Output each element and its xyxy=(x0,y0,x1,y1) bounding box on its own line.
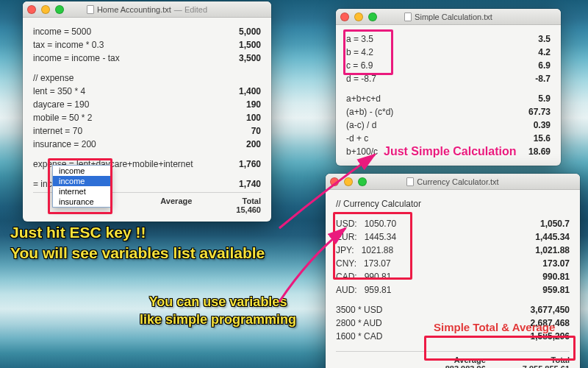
result-value: 1,400 xyxy=(217,85,261,98)
titlebar[interactable]: Simple Calculation.txt xyxy=(336,9,561,25)
code-line[interactable]: 3500 * USD xyxy=(336,303,382,316)
result-value: 1,021.88 xyxy=(526,244,570,257)
code-line[interactable]: CNY: 173.07 xyxy=(336,257,391,270)
autocomplete-popup[interactable]: incomeincomeinternetinsurance xyxy=(52,165,111,208)
window-title: Simple Calculation.txt xyxy=(336,13,561,21)
code-line[interactable]: a+b+c+d xyxy=(346,92,381,105)
document-icon xyxy=(87,5,94,14)
result-value: 4.2 xyxy=(506,46,551,59)
code-line[interactable]: income = income - tax xyxy=(33,52,120,65)
code-line[interactable]: daycare = 190 xyxy=(33,98,89,111)
code-line[interactable]: a = 3.5 xyxy=(346,32,373,46)
code-line[interactable]: insurance = 200 xyxy=(33,138,96,151)
result-value: 1,760 xyxy=(217,158,261,171)
result-value: 100 xyxy=(217,111,261,124)
code-line[interactable]: c = 6.9 xyxy=(346,59,373,72)
editor-content[interactable]: // Currency Calculator USD: 1050.701,050… xyxy=(326,190,580,368)
code-line[interactable]: d = -8.7 xyxy=(346,72,376,85)
code-line[interactable]: tax = income * 0.3 xyxy=(33,38,104,52)
window-title: Currency Calculator.txt xyxy=(326,177,580,186)
total-value: 7,955,855.61 xyxy=(523,364,570,368)
result-value xyxy=(217,71,261,85)
code-line[interactable]: internet = 70 xyxy=(33,124,82,138)
result-value: 0.39 xyxy=(506,118,551,132)
autocomplete-item[interactable]: internet xyxy=(53,186,110,197)
callout-esc-key: Just hit ESC key !! You will see variabl… xyxy=(10,222,265,264)
result-value: 990.81 xyxy=(526,270,570,283)
code-line[interactable]: (a-c) / d xyxy=(346,118,376,132)
code-line[interactable]: AUD: 959.81 xyxy=(336,283,391,297)
code-line[interactable]: lent = 350 * 4 xyxy=(33,85,85,98)
window-currency-calculator[interactable]: Currency Calculator.txt // Currency Calc… xyxy=(326,174,580,368)
average-value: 883,983.96 xyxy=(445,364,486,368)
code-line[interactable]: b = 4.2 xyxy=(346,46,373,59)
autocomplete-item[interactable]: income xyxy=(53,176,110,186)
autocomplete-item[interactable]: insurance xyxy=(53,197,110,207)
total-value: 15,460 xyxy=(236,205,261,214)
code-line[interactable]: CAD: 990.81 xyxy=(336,270,391,283)
average-label: Average xyxy=(160,197,192,205)
result-value: 173.07 xyxy=(526,257,570,270)
titlebar[interactable]: Home Accounting.txt — Edited xyxy=(23,1,271,18)
total-label: Total xyxy=(523,355,570,364)
window-simple-calculation[interactable]: Simple Calculation.txt a = 3.53.5b = 4.2… xyxy=(336,9,561,166)
code-line[interactable]: JPY: 1021.88 xyxy=(336,244,393,257)
code-line[interactable]: (a+b) - (c*d) xyxy=(346,105,393,118)
result-value: 200 xyxy=(217,138,261,151)
result-value: 1,740 xyxy=(217,177,261,191)
result-value: 67.73 xyxy=(506,105,551,118)
code-line[interactable]: mobile = 50 * 2 xyxy=(33,111,92,124)
code-line[interactable]: 2800 * AUD xyxy=(336,316,382,330)
code-line[interactable]: EUR: 1445.34 xyxy=(336,230,396,244)
window-home-accounting[interactable]: Home Accounting.txt — Edited income = 50… xyxy=(23,1,271,222)
code-line[interactable]: 1600 * CAD xyxy=(336,330,382,343)
result-value: 6.9 xyxy=(506,59,551,72)
code-line[interactable]: USD: 1050.70 xyxy=(336,217,396,230)
label-simple-calculation: Just Simple Calculation xyxy=(384,145,516,158)
result-value: 1,050.7 xyxy=(526,217,570,230)
code-line[interactable]: b+100/c xyxy=(346,145,378,158)
result-value: 70 xyxy=(217,124,261,138)
result-value: 5.9 xyxy=(506,92,551,105)
autocomplete-item[interactable]: income xyxy=(53,166,110,176)
window-title: Home Accounting.txt — Edited xyxy=(23,5,271,14)
callout-variables: You can use variables like simple progra… xyxy=(140,293,296,329)
result-value: 1,445.34 xyxy=(526,230,570,244)
result-value: 959.81 xyxy=(526,283,570,297)
result-value: 3,500 xyxy=(217,52,261,65)
result-value: -8.7 xyxy=(506,72,551,85)
total-label: Total xyxy=(236,197,261,205)
code-line[interactable]: -d + c xyxy=(346,132,368,145)
result-value: 15.6 xyxy=(506,132,551,145)
result-value: 5,000 xyxy=(217,25,261,38)
result-value: 3,677,450 xyxy=(526,303,570,316)
label-total-average: Simple Total & Average xyxy=(434,321,555,333)
comment-line: // Currency Calculator xyxy=(336,197,421,210)
document-icon xyxy=(406,177,414,186)
average-label: Average xyxy=(445,355,486,364)
result-value: 3.5 xyxy=(506,32,551,46)
result-value: 1,500 xyxy=(217,38,261,52)
code-line[interactable]: income = 5000 xyxy=(33,25,91,38)
result-value: 190 xyxy=(217,98,261,111)
document-icon xyxy=(404,13,412,21)
code-line[interactable]: // expense xyxy=(33,71,74,85)
titlebar[interactable]: Currency Calculator.txt xyxy=(326,174,580,190)
